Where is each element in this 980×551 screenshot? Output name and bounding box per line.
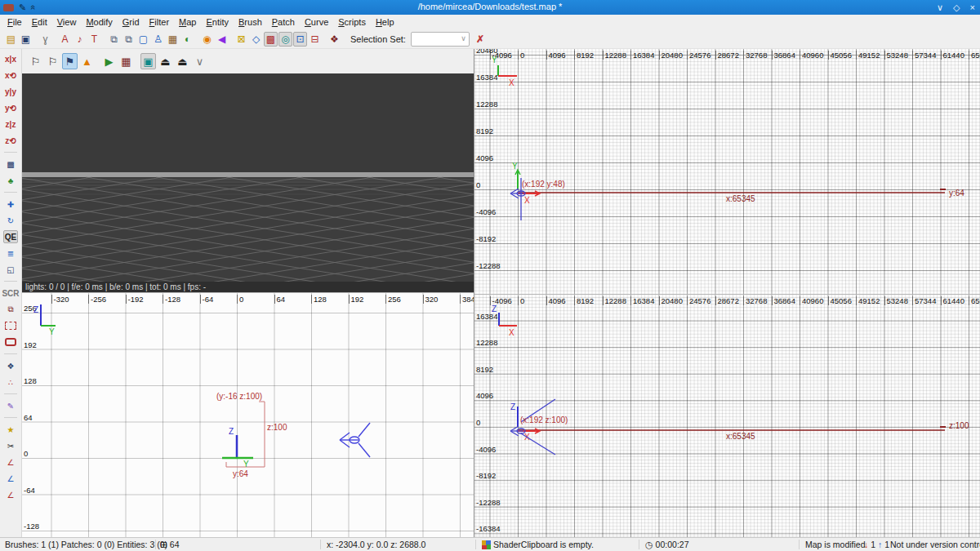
clear-selection-set-icon[interactable]: ✗ — [476, 33, 484, 45]
ruler-horizontal: -320-256-192-128-64064128192256320384 — [22, 293, 474, 537]
menu-map[interactable]: Map — [174, 16, 201, 29]
box-select-icon[interactable] — [293, 32, 307, 47]
title-bar[interactable]: ✎ « /home/mircea/Downloads/test.map * ∨ … — [0, 0, 980, 15]
menu-entity[interactable]: Entity — [201, 16, 234, 29]
menu-modify[interactable]: Modify — [81, 16, 117, 29]
ruler-tick-label: 20480 — [659, 51, 683, 60]
entity-position-label: (y:-16 z:100) — [216, 392, 262, 401]
ruler-tick-label: 16384 — [630, 51, 654, 60]
duplicate-icon[interactable] — [122, 32, 136, 47]
entity-icon[interactable] — [151, 32, 165, 47]
text-tool-icon[interactable] — [87, 32, 101, 47]
rotate-x-icon[interactable] — [3, 69, 18, 82]
svg-text:X: X — [524, 433, 530, 442]
audio-icon[interactable] — [215, 32, 229, 47]
entity-angle-arrow — [510, 178, 525, 220]
select-touching-icon[interactable] — [3, 158, 18, 171]
clip-toggle-icon[interactable] — [264, 32, 278, 47]
menu-curve[interactable]: Curve — [300, 16, 333, 29]
close-button[interactable]: × — [970, 2, 975, 12]
ruler-tick-label: 53248 — [884, 51, 908, 60]
play-icon[interactable] — [101, 53, 117, 69]
menu-file[interactable]: File — [2, 16, 27, 29]
rotate-y-icon[interactable] — [3, 101, 18, 114]
layers-icon[interactable] — [3, 247, 18, 260]
colors-icon[interactable] — [180, 32, 194, 47]
screenshot-icon[interactable] — [3, 287, 18, 300]
dotted-rect-icon[interactable] — [3, 319, 18, 332]
flip-z-icon[interactable] — [3, 118, 18, 131]
more-chevron-icon[interactable] — [192, 53, 207, 69]
axis-up-label: Y — [492, 56, 497, 64]
ruler-tick-label: -256 — [88, 295, 106, 304]
vertex-tool-icon[interactable] — [3, 375, 18, 389]
open-icon[interactable] — [4, 32, 18, 47]
flag-clear-icon[interactable] — [28, 53, 43, 69]
ruler-tick-label: 16384 — [476, 73, 497, 82]
translate-icon[interactable] — [3, 198, 18, 211]
ruler-tick-label: 16384 — [476, 312, 497, 321]
sphere-view-icon[interactable] — [278, 32, 292, 47]
curve-tool-icon[interactable] — [3, 359, 18, 372]
angle-red-icon[interactable] — [3, 455, 18, 469]
menu-edit[interactable]: Edit — [27, 16, 52, 29]
export-icon[interactable] — [158, 53, 173, 69]
brush-pen-icon[interactable] — [3, 399, 18, 412]
select-inside-icon[interactable] — [3, 174, 18, 187]
ruler-tick-label: 0 — [476, 418, 480, 427]
film-icon[interactable] — [166, 32, 180, 47]
screen-icon[interactable] — [140, 53, 156, 69]
flip-x-icon[interactable] — [3, 52, 18, 65]
viewport-2d-xy[interactable]: -409604096819212288163842048024576286723… — [474, 49, 980, 294]
export-alt-icon[interactable] — [175, 53, 190, 69]
fleur-icon[interactable] — [327, 32, 341, 47]
star-icon[interactable] — [3, 423, 18, 436]
minimize-button[interactable]: ∨ — [937, 2, 943, 13]
flip-y-icon[interactable] — [3, 85, 18, 98]
menu-scripts[interactable]: Scripts — [333, 16, 371, 29]
menu-brush[interactable]: Brush — [234, 16, 267, 29]
rotate-tool-icon[interactable] — [3, 214, 18, 227]
rounded-rect-icon[interactable] — [3, 335, 18, 349]
map-modified-status: Map is modified — [805, 538, 866, 551]
copy-icon[interactable] — [107, 32, 121, 47]
viewport-2d-yz[interactable]: -320-256-192-128-64064128192256320384 25… — [22, 292, 474, 537]
audio-loud-icon[interactable] — [200, 32, 214, 47]
svg-text:Y: Y — [243, 460, 249, 469]
viewport-2d-xz[interactable]: -409604096819212288163842048024576286723… — [474, 294, 980, 537]
menu-help[interactable]: Help — [371, 16, 399, 29]
grid-size-indicator: ⊞ 64 — [160, 538, 180, 551]
viewport-3d-camera[interactable]: lights: 0 / 0 | f/e: 0 ms | b/e: 0 ms | … — [22, 73, 474, 292]
free-move-icon[interactable] — [249, 32, 263, 47]
sound-tool-icon[interactable] — [73, 32, 87, 47]
pages-icon[interactable] — [3, 303, 18, 316]
angle-blue-icon[interactable] — [3, 472, 18, 485]
selection-set-combo[interactable]: ∨ — [411, 32, 470, 47]
menu-view[interactable]: View — [52, 16, 82, 29]
font-tool-icon[interactable] — [58, 32, 72, 47]
rotate-z-icon[interactable] — [3, 134, 18, 147]
stop-pattern-icon[interactable] — [118, 53, 134, 69]
ruler-tick-label: 256 — [385, 295, 401, 304]
maximize-button[interactable]: ◇ — [953, 2, 960, 13]
region-toggle-icon[interactable] — [308, 32, 322, 47]
save-icon[interactable] — [19, 32, 33, 47]
paste-icon[interactable] — [136, 32, 150, 47]
ruler-vertical: 256192128640-64-128 — [22, 293, 474, 537]
cone-icon[interactable] — [79, 53, 95, 69]
menu-filter[interactable]: Filter — [145, 16, 174, 29]
menu-patch[interactable]: Patch — [267, 16, 300, 29]
lock-icon[interactable] — [234, 32, 248, 47]
grid-icon: ⊞ — [160, 538, 167, 551]
angle-red-2-icon[interactable] — [3, 488, 18, 501]
flag-active-icon[interactable] — [62, 53, 78, 69]
menu-grid[interactable]: Grid — [118, 16, 145, 29]
gamma-icon[interactable] — [38, 32, 52, 47]
flag-icon[interactable] — [45, 53, 60, 69]
ruler-tick-label: 12288 — [476, 338, 497, 347]
ruler-tick-label: 57344 — [912, 51, 936, 60]
scissors-icon[interactable] — [3, 439, 18, 452]
ruler-tick-label: 0 — [237, 295, 243, 304]
resize-icon[interactable] — [3, 263, 18, 276]
scale-qe-icon[interactable] — [3, 230, 18, 243]
